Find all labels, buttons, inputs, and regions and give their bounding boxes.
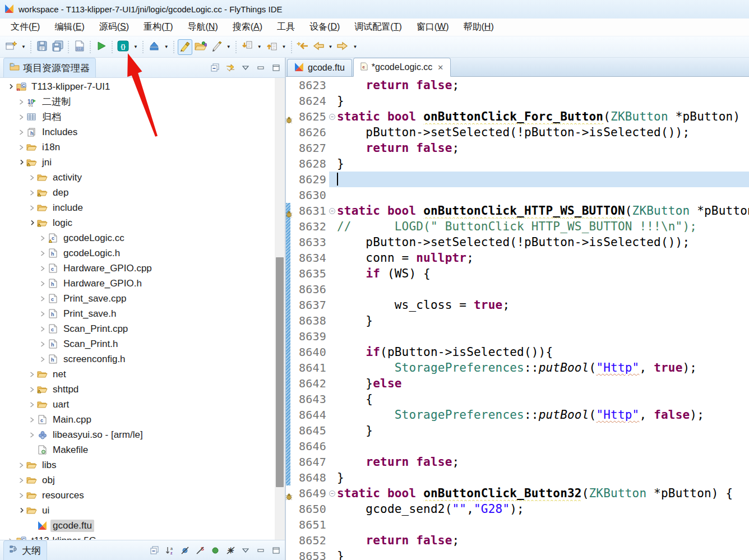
tree-item[interactable]: net	[0, 367, 285, 382]
tree-item[interactable]: gcode.ftu	[0, 518, 285, 533]
annotation-ruler[interactable]	[286, 219, 292, 234]
tree-item[interactable]: !jni	[0, 155, 285, 170]
new-wizard-dropdown[interactable]: ▼	[19, 44, 28, 49]
tree-item[interactable]: Cxt113-klipper-5G	[0, 533, 285, 540]
next-annotation-dropdown[interactable]: ▼	[255, 44, 264, 49]
tree-item[interactable]: Makefile	[0, 442, 285, 457]
mark-pen-button[interactable]	[209, 39, 224, 55]
annotation-ruler[interactable]	[286, 140, 292, 156]
code-editor[interactable]: 8623 return false;8624}8625−static bool …	[286, 77, 749, 560]
menu-item-1[interactable]: 编辑(E)	[47, 19, 91, 35]
tab-project-explorer[interactable]: 项目资源管理器	[3, 58, 96, 77]
expander-collapsed[interactable]	[27, 372, 36, 377]
expander-expanded[interactable]	[27, 220, 36, 225]
new-wizard-button[interactable]	[4, 39, 19, 55]
tree-item[interactable]: hgcodeLogic.h	[0, 246, 285, 261]
annotation-ruler[interactable]	[286, 360, 292, 376]
build-button[interactable]: {}	[116, 39, 131, 55]
annotation-ruler[interactable]	[286, 93, 292, 109]
run-button[interactable]	[94, 39, 109, 55]
expander-collapsed[interactable]	[16, 129, 26, 135]
annotation-ruler[interactable]	[286, 533, 292, 548]
annotation-ruler[interactable]	[286, 517, 292, 533]
expander-collapsed[interactable]	[27, 432, 36, 438]
expander-collapsed[interactable]	[27, 402, 36, 408]
expander-collapsed[interactable]	[38, 296, 47, 302]
menu-item-6[interactable]: 工具	[270, 19, 302, 35]
annotation-ruler[interactable]	[286, 156, 292, 172]
fold-marker[interactable]: −	[329, 203, 337, 219]
outline-collapse-all-icon[interactable]	[149, 545, 160, 556]
expander-collapsed[interactable]	[38, 341, 47, 347]
tree-item[interactable]: ui	[0, 503, 285, 518]
tab-outline[interactable]: 大纲	[3, 540, 47, 560]
annotation-ruler[interactable]	[286, 344, 292, 360]
annotation-ruler[interactable]	[286, 391, 292, 407]
menu-item-10[interactable]: 帮助(H)	[456, 19, 501, 35]
tree-item[interactable]: 1001二进制	[0, 94, 285, 109]
explorer-view-menu-icon[interactable]	[240, 63, 251, 73]
expander-expanded[interactable]	[6, 84, 15, 89]
fold-marker[interactable]: −	[329, 485, 337, 501]
explorer-minimize-icon[interactable]	[255, 63, 266, 73]
flash-download-dropdown[interactable]: ▼	[162, 44, 171, 49]
tree-item[interactable]: cScan_Print.cpp	[0, 321, 285, 336]
forward-dropdown[interactable]: ▼	[350, 44, 359, 49]
expander-collapsed[interactable]	[16, 478, 26, 483]
prev-annotation-button[interactable]	[265, 39, 279, 55]
expander-collapsed[interactable]	[38, 281, 47, 286]
outline-hide-local-types-icon[interactable]: ✳	[225, 545, 236, 556]
tree-item[interactable]: resources	[0, 488, 285, 503]
annotation-ruler[interactable]	[286, 234, 292, 250]
outline-filter-public-icon[interactable]	[210, 545, 221, 556]
tree-item[interactable]: libs	[0, 457, 285, 473]
annotation-ruler[interactable]	[286, 548, 292, 560]
expander-collapsed[interactable]	[38, 235, 47, 241]
outline-maximize-icon[interactable]	[270, 545, 281, 556]
annotation-ruler[interactable]	[286, 297, 292, 313]
expander-collapsed[interactable]	[38, 266, 47, 271]
tree-scrollbar[interactable]	[275, 78, 285, 540]
tree-item[interactable]: include	[0, 200, 285, 215]
expander-collapsed[interactable]	[6, 538, 15, 540]
close-tab-icon[interactable]: ✕	[436, 63, 443, 72]
back-button[interactable]	[311, 39, 326, 55]
annotation-ruler[interactable]	[286, 328, 292, 344]
back-to-last-edit-button[interactable]	[295, 39, 310, 55]
outline-hide-static-members-icon[interactable]: S	[195, 545, 206, 556]
outline-hide-fields-icon[interactable]	[179, 545, 191, 556]
annotation-ruler[interactable]	[286, 485, 292, 501]
tree-item[interactable]: !shttpd	[0, 382, 285, 397]
annotation-ruler[interactable]	[286, 423, 292, 438]
explorer-maximize-icon[interactable]	[270, 63, 281, 73]
explorer-link-with-editor-icon[interactable]	[225, 63, 236, 73]
annotation-ruler[interactable]	[286, 313, 292, 328]
annotation-ruler[interactable]	[286, 438, 292, 454]
fold-marker[interactable]: −	[329, 109, 337, 124]
tree-item[interactable]: hIncludes	[0, 124, 285, 140]
tree-item[interactable]: hScan_Print.h	[0, 336, 285, 351]
annotation-ruler[interactable]	[286, 172, 292, 187]
annotation-ruler[interactable]	[286, 187, 292, 203]
tree-item[interactable]: !dep	[0, 185, 285, 200]
build-dropdown[interactable]: ▼	[131, 44, 140, 49]
expander-collapsed[interactable]	[38, 251, 47, 256]
tree-item[interactable]: 归档	[0, 109, 285, 124]
tree-item[interactable]: cPrint_save.cpp	[0, 291, 285, 306]
tree-item[interactable]: hPrint_save.h	[0, 306, 285, 321]
editor-tab-active[interactable]: c*gcodeLogic.cc✕	[353, 58, 451, 77]
menu-item-7[interactable]: 设备(D)	[302, 19, 347, 35]
mark-pen-dropdown[interactable]: ▼	[224, 44, 233, 49]
annotation-ruler[interactable]	[286, 454, 292, 470]
save-all-button[interactable]	[50, 39, 65, 55]
tree-item[interactable]: hscreenconfig.h	[0, 351, 285, 367]
tree-item[interactable]: !logic	[0, 215, 285, 230]
expander-collapsed[interactable]	[38, 326, 47, 332]
tree-item[interactable]: obj	[0, 473, 285, 488]
menu-item-8[interactable]: 调试配置(T)	[347, 19, 409, 35]
menu-item-4[interactable]: 导航(N)	[181, 19, 225, 35]
annotation-ruler[interactable]	[286, 501, 292, 517]
expander-collapsed[interactable]	[16, 493, 26, 498]
annotation-ruler[interactable]	[286, 109, 292, 124]
expander-collapsed[interactable]	[38, 311, 47, 317]
